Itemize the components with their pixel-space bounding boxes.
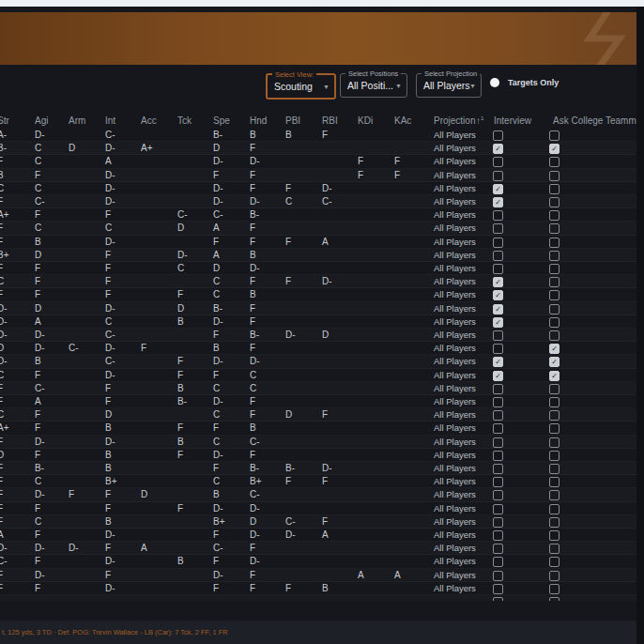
ask-college-teammates-checkbox[interactable] xyxy=(549,517,560,528)
column-header-arm[interactable]: Arm xyxy=(69,115,85,126)
ask-college-teammates-checkbox[interactable] xyxy=(549,437,560,448)
projection-cell[interactable]: All Players xyxy=(434,170,476,180)
projection-cell[interactable]: All Players xyxy=(434,276,476,286)
column-header-projection[interactable]: Projection xyxy=(434,115,475,126)
projection-cell[interactable]: All Players xyxy=(434,516,476,527)
projection-cell[interactable]: All Players xyxy=(434,330,476,340)
column-header-str[interactable]: Str xyxy=(0,115,9,126)
projection-cell[interactable]: All Players xyxy=(434,476,476,486)
interview-checkbox[interactable] xyxy=(493,264,503,274)
interview-checkbox[interactable] xyxy=(493,223,503,234)
interview-checkbox[interactable] xyxy=(493,157,503,167)
interview-checkbox[interactable] xyxy=(493,238,503,248)
ask-college-teammates-checkbox[interactable] xyxy=(549,197,560,207)
interview-checkbox[interactable] xyxy=(493,384,503,394)
interview-checkbox[interactable] xyxy=(493,464,503,474)
targets-only-toggle[interactable]: Targets Only xyxy=(490,78,559,87)
table-row[interactable]: BFD-FFFFAll Players xyxy=(0,169,636,182)
interview-checkbox[interactable] xyxy=(493,357,503,367)
projection-cell[interactable]: All Players xyxy=(434,422,476,433)
interview-checkbox[interactable] xyxy=(493,184,503,194)
ask-college-teammates-checkbox[interactable] xyxy=(549,384,560,394)
table-row[interactable]: FCBB+DC-FAll Players xyxy=(0,515,636,529)
ask-college-teammates-checkbox[interactable] xyxy=(549,184,560,194)
table-row[interactable]: CFD-FFCAll Players xyxy=(0,369,636,382)
interview-checkbox[interactable] xyxy=(493,530,503,541)
ask-college-teammates-checkbox[interactable] xyxy=(549,597,560,601)
ask-college-teammates-checkbox[interactable] xyxy=(549,223,560,234)
interview-checkbox[interactable] xyxy=(493,517,503,528)
projection-cell[interactable]: All Players xyxy=(434,250,476,260)
projection-cell[interactable]: All Players xyxy=(434,237,476,247)
table-row[interactable]: FC-D-D-D-CC-All Players xyxy=(0,195,636,208)
ask-college-teammates-checkbox[interactable] xyxy=(549,171,560,181)
ask-college-teammates-checkbox[interactable] xyxy=(549,371,560,381)
table-row[interactable]: AFD-FD-D-AAll Players xyxy=(0,529,636,542)
column-header-rbi[interactable]: RBI xyxy=(322,115,338,126)
ask-college-teammates-checkbox[interactable] xyxy=(549,464,560,474)
table-row[interactable]: FCB+CB+FFAll Players xyxy=(0,475,636,488)
table-row[interactable]: CFDCFDFAll Players xyxy=(0,408,636,422)
interview-checkbox[interactable] xyxy=(493,504,503,514)
projection-cell[interactable]: All Players xyxy=(434,383,476,393)
interview-checkbox[interactable] xyxy=(493,557,503,567)
projection-cell[interactable]: All Players xyxy=(434,437,476,447)
projection-cell[interactable]: All Players xyxy=(434,183,476,193)
interview-checkbox[interactable] xyxy=(493,290,503,300)
ask-college-teammates-checkbox[interactable] xyxy=(549,290,560,300)
select-view-dropdown[interactable]: Select View: Scouting ▼ xyxy=(266,73,336,100)
interview-checkbox[interactable] xyxy=(493,410,503,421)
interview-checkbox[interactable] xyxy=(493,251,503,261)
table-row[interactable]: DD-C-D-FBFAll Players xyxy=(0,342,636,355)
projection-cell[interactable]: All Players xyxy=(434,583,476,593)
projection-cell[interactable]: All Players xyxy=(434,396,476,406)
ask-college-teammates-checkbox[interactable] xyxy=(549,451,560,461)
ask-college-teammates-checkbox[interactable] xyxy=(549,157,560,167)
column-header-agi[interactable]: Agi xyxy=(35,115,48,126)
ask-college-teammates-checkbox[interactable] xyxy=(549,423,560,434)
table-row[interactable]: FCCDAFAll Players xyxy=(0,222,636,235)
table-row[interactable]: FCAD-D-FFAll Players xyxy=(0,155,636,168)
interview-checkbox[interactable] xyxy=(493,423,503,434)
column-header-interview[interactable]: Interview xyxy=(494,115,531,126)
ask-college-teammates-checkbox[interactable] xyxy=(549,397,560,407)
ask-college-teammates-checkbox[interactable] xyxy=(549,130,560,141)
table-row[interactable] xyxy=(0,595,636,601)
projection-cell[interactable]: All Players xyxy=(434,196,476,207)
projection-cell[interactable]: All Players xyxy=(434,409,476,420)
interview-checkbox[interactable] xyxy=(493,317,503,328)
projection-cell[interactable]: All Players xyxy=(434,303,476,314)
table-row[interactable]: D-DD-DB-FAll Players xyxy=(0,302,636,315)
projection-cell[interactable]: All Players xyxy=(434,130,476,140)
interview-checkbox[interactable] xyxy=(493,597,503,601)
projection-cell[interactable]: All Players xyxy=(434,343,476,353)
ask-college-teammates-checkbox[interactable] xyxy=(549,304,560,314)
select-positions-dropdown[interactable]: Select Positions All Positi... ▼ xyxy=(340,73,407,98)
table-row[interactable]: C-FD-BFD-All Players xyxy=(0,555,636,568)
interview-checkbox[interactable] xyxy=(493,490,503,500)
ask-college-teammates-checkbox[interactable] xyxy=(549,410,560,421)
interview-checkbox[interactable] xyxy=(493,371,503,381)
interview-checkbox[interactable] xyxy=(493,571,503,581)
ask-college-teammates-checkbox[interactable] xyxy=(549,584,560,594)
table-row[interactable]: CFFCFFD-All Players xyxy=(0,275,636,288)
table-row[interactable]: D-D-D-FAC-FAll Players xyxy=(0,542,636,555)
ask-college-teammates-checkbox[interactable] xyxy=(549,490,560,500)
table-row[interactable]: B+DFD-ABAll Players xyxy=(0,249,636,262)
projection-cell[interactable]: All Players xyxy=(434,556,476,566)
projection-cell[interactable]: All Players xyxy=(434,529,476,540)
column-header-ask-college-teammates[interactable]: Ask College Teammates xyxy=(553,115,636,126)
table-row[interactable]: FFFCDD-All Players xyxy=(0,262,636,275)
table-row[interactable]: FFD-FFFBAll Players xyxy=(0,582,636,595)
interview-checkbox[interactable] xyxy=(493,210,503,221)
projection-cell[interactable]: All Players xyxy=(434,316,476,327)
column-header-spe[interactable]: Spe xyxy=(213,115,230,126)
ask-college-teammates-checkbox[interactable] xyxy=(549,317,560,328)
table-row[interactable]: FD-FFDBC-All Players xyxy=(0,488,636,501)
table-row[interactable]: B-CDD-A+DFAll Players xyxy=(0,142,636,155)
ask-college-teammates-checkbox[interactable] xyxy=(549,530,560,541)
ask-college-teammates-checkbox[interactable] xyxy=(549,344,560,354)
interview-checkbox[interactable] xyxy=(493,171,503,181)
interview-checkbox[interactable] xyxy=(493,477,503,487)
table-row[interactable]: A+FBFFBAll Players xyxy=(0,422,636,435)
